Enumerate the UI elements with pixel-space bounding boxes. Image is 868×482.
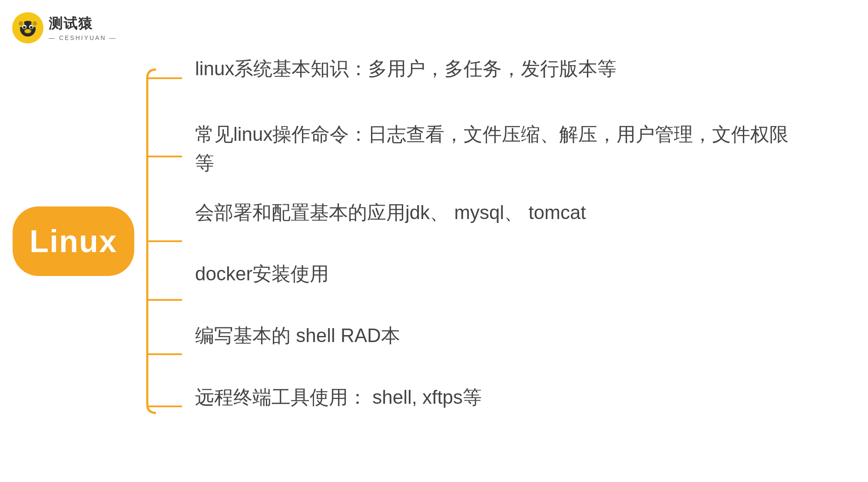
item-text-6: 远程终端工具使用： shell, xftps等 [195,383,482,412]
list-item: 常见linux操作命令：日志查看，文件压缩、解压，用户管理，文件权限等 [195,116,803,182]
bracket-svg [134,46,186,437]
main-content: Linux [0,0,868,482]
list-item: docker安装使用 [195,243,803,305]
item-text-1: linux系统基本知识：多用户，多任务，发行版本等 [195,54,617,83]
items-list: linux系统基本知识：多用户，多任务，发行版本等 常见linux操作命令：日志… [195,46,803,437]
list-item: 会部署和配置基本的应用jdk、 mysql、 tomcat [195,182,803,243]
linux-label: Linux [30,223,117,259]
list-item: linux系统基本知识：多用户，多任务，发行版本等 [195,46,803,116]
list-item: 远程终端工具使用： shell, xftps等 [195,366,803,437]
mind-map: Linux [13,46,803,437]
item-text-2: 常见linux操作命令：日志查看，文件压缩、解压，用户管理，文件权限等 [195,120,803,177]
bracket-connector [134,46,186,437]
item-text-5: 编写基本的 shell RAD本 [195,321,400,350]
list-item: 编写基本的 shell RAD本 [195,305,803,366]
linux-node: Linux [13,206,134,276]
item-text-4: docker安装使用 [195,259,329,288]
item-text-3: 会部署和配置基本的应用jdk、 mysql、 tomcat [195,198,586,227]
